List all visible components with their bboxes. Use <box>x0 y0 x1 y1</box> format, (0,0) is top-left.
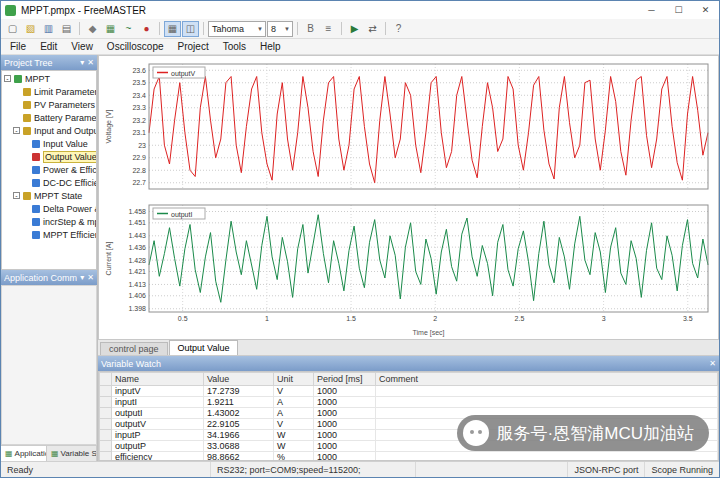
watch-column-period-ms[interactable]: Period [ms] <box>314 373 376 386</box>
font-size-combo-value: 8 <box>271 24 276 34</box>
tree-item-battery-parameters[interactable]: Battery Parameters <box>2 111 96 124</box>
svg-text:1.406: 1.406 <box>128 292 146 299</box>
scope-chart-outputi[interactable]: 1.4581.4511.4431.4361.4281.4211.4131.406… <box>101 199 716 338</box>
scope-tab-output-value[interactable]: Output Value <box>169 340 239 355</box>
font-family-combo[interactable]: Tahoma▼ <box>208 21 266 37</box>
scope-chart-outputv[interactable]: 23.623.523.423.323.223.12322.922.822.7ou… <box>101 58 716 197</box>
tree-item-input-and-output-state[interactable]: -Input and Output State <box>2 124 96 137</box>
watch-cell-value: 33.0688 <box>204 441 274 452</box>
tree-item-label: Delta Power & Voltage <box>43 204 96 214</box>
sidebar-tab-label: Applicatio... <box>15 449 47 458</box>
tree-expander-icon[interactable]: - <box>4 75 11 82</box>
scope-icon <box>32 166 40 174</box>
params-icon <box>23 88 31 96</box>
maximize-button[interactable]: ☐ <box>665 1 692 19</box>
start-stop-icon[interactable]: ▶ <box>346 21 363 37</box>
toolbar-separator <box>297 22 298 35</box>
watch-cell-period-ms: 1000 <box>314 441 376 452</box>
split-view-icon[interactable]: ◫ <box>182 21 199 37</box>
tree-item-input-value[interactable]: Input Value <box>2 137 96 150</box>
sidebar-tab-variable-sti[interactable]: ▦Variable Sti... <box>47 446 97 461</box>
watch-cell-period-ms: 1000 <box>314 386 376 397</box>
help-icon[interactable]: ? <box>390 21 407 37</box>
open-project-icon[interactable]: ▧ <box>22 21 39 37</box>
close-button[interactable]: ✕ <box>692 1 719 19</box>
watch-column-name[interactable]: Name <box>112 373 204 386</box>
tree-item-mppt[interactable]: -MPPT <box>2 72 96 85</box>
watch-row-gutter <box>100 441 112 452</box>
minimize-button[interactable]: ─ <box>638 1 665 19</box>
watch-cell-comment <box>376 397 718 408</box>
watch-row-gutter <box>100 397 112 408</box>
watch-cell-name: outputV <box>112 419 204 430</box>
project-tree-close-button[interactable]: ✕ <box>87 58 94 67</box>
watch-column-comment[interactable]: Comment <box>376 373 718 386</box>
menu-help[interactable]: Help <box>253 41 288 52</box>
tree-item-label: MPPT <box>25 74 50 84</box>
save-project-icon[interactable]: ▥ <box>40 21 57 37</box>
chevron-down-icon[interactable]: ▼ <box>257 26 263 32</box>
watch-column-value[interactable]: Value <box>204 373 274 386</box>
connection-icon[interactable]: ⇄ <box>364 21 381 37</box>
tree-item-mppt-state[interactable]: -MPPT State <box>2 189 96 202</box>
svg-text:23.3: 23.3 <box>132 104 146 111</box>
watch-cell-unit: V <box>274 386 314 397</box>
watch-row-inputv[interactable]: inputV17.2739V1000 <box>100 386 718 397</box>
font-size-combo[interactable]: 8▼ <box>267 21 293 37</box>
tree-item-power-efficiency[interactable]: Power & Efficiency <box>2 163 96 176</box>
toolbar-separator <box>79 22 80 35</box>
bold-icon[interactable]: B <box>302 21 319 37</box>
params-icon <box>23 192 31 200</box>
panel-tab-icon: ▦ <box>51 449 59 458</box>
recorder-icon[interactable]: ● <box>138 21 155 37</box>
new-project-icon[interactable]: ▢ <box>4 21 21 37</box>
menu-view[interactable]: View <box>64 41 100 52</box>
tree-item-label: MPPT Efficiency <box>43 230 96 240</box>
print-icon[interactable]: ▤ <box>58 21 75 37</box>
tree-expander-icon[interactable]: - <box>13 192 20 199</box>
svg-text:1.436: 1.436 <box>128 243 146 250</box>
menu-oscilloscope[interactable]: Oscilloscope <box>100 41 171 52</box>
watch-row-inputi[interactable]: inputI1.9211A1000 <box>100 397 718 408</box>
tree-expander-icon[interactable]: - <box>13 127 20 134</box>
chevron-down-icon[interactable]: ▼ <box>284 26 290 32</box>
project-tree-collapse-button[interactable]: ▾ <box>80 58 84 67</box>
menu-edit[interactable]: Edit <box>33 41 64 52</box>
sidebar-tab-applicatio[interactable]: ▦Applicatio... <box>1 446 47 461</box>
app-commands-close-button[interactable]: ✕ <box>87 273 94 282</box>
watch-cell-unit: V <box>274 419 314 430</box>
tree-item-delta-power-voltage[interactable]: Delta Power & Voltage <box>2 202 96 215</box>
tree-item-output-value-recording[interactable]: Output Value (recording) <box>2 150 96 163</box>
tree-item-dc-dc-efficiency[interactable]: DC-DC Efficiency <box>2 176 96 189</box>
watermark-badge: 服务号·恩智浦MCU加油站 <box>457 415 709 451</box>
tree-item-label: DC-DC Efficiency <box>43 178 96 188</box>
tree-item-limit-parameters[interactable]: Limit Parameters <box>2 85 96 98</box>
watch-row-efficiency[interactable]: efficiency98.8662%1000 <box>100 452 718 462</box>
app-commands-collapse-button[interactable]: ▾ <box>80 273 84 282</box>
menu-project[interactable]: Project <box>171 41 216 52</box>
svg-text:23.4: 23.4 <box>132 92 146 99</box>
tree-item-incrstep-mpptout[interactable]: incrStep & mpptOut <box>2 215 96 228</box>
svg-text:1.5: 1.5 <box>346 315 356 322</box>
params-icon <box>23 114 31 122</box>
scope-tab-control-page[interactable]: control page <box>100 342 168 355</box>
project-tree: -MPPTLimit ParametersPV ParametersBatter… <box>1 70 97 270</box>
watch-column-unit[interactable]: Unit <box>274 373 314 386</box>
project-options-icon[interactable]: ◆ <box>84 21 101 37</box>
tree-item-pv-parameters[interactable]: PV Parameters <box>2 98 96 111</box>
status-ready: Ready <box>1 462 211 477</box>
svg-text:1.428: 1.428 <box>128 256 146 263</box>
grid-view-icon[interactable]: ▦ <box>164 21 181 37</box>
svg-text:22.7: 22.7 <box>132 179 146 186</box>
align-left-icon[interactable]: ≡ <box>320 21 337 37</box>
menu-tools[interactable]: Tools <box>216 41 253 52</box>
tree-item-mppt-efficiency[interactable]: MPPT Efficiency <box>2 228 96 241</box>
variable-watch-icon[interactable]: ▦ <box>102 21 119 37</box>
variable-watch-close-button[interactable]: ✕ <box>709 359 716 368</box>
oscilloscope-icon[interactable]: ~ <box>120 21 137 37</box>
window-controls: ─ ☐ ✕ <box>638 1 719 19</box>
app-commands-title: Application Commands <box>4 273 77 283</box>
params-icon <box>23 127 31 135</box>
watch-cell-period-ms: 1000 <box>314 408 376 419</box>
menu-file[interactable]: File <box>3 41 33 52</box>
